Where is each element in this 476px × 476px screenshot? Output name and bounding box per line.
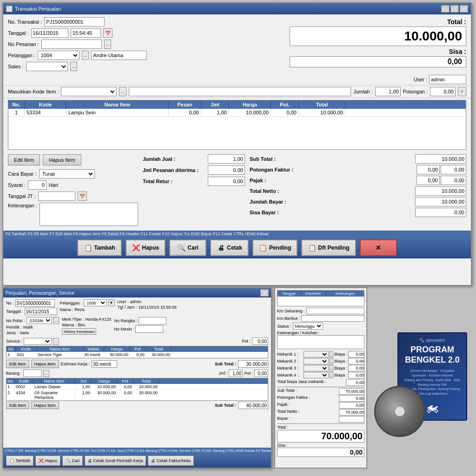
cari-button[interactable]: 🔍 Cari [169, 239, 206, 256]
maximize-button[interactable]: □ [450, 5, 459, 13]
sp-totalnetto-input[interactable] [339, 409, 364, 416]
table-row[interactable]: 1 53334 Lampu Sein 0,00 1,00 10.000,00 0… [8, 109, 466, 117]
pelanggan-name-input[interactable] [91, 51, 147, 60]
cancel-button[interactable]: ✕ [360, 239, 397, 256]
sp-subtotal-input[interactable] [339, 388, 364, 395]
sp-mekanik4-select[interactable] [304, 372, 329, 378]
sp-mekanik1-select[interactable] [304, 351, 329, 357]
sp-status-select[interactable]: Menunggu [293, 323, 323, 330]
s-cetak-spk-btn[interactable]: 🖨 Cetak Surat Perintah Kerja [85, 456, 146, 466]
s-nopollis-select[interactable]: S3334K [26, 317, 52, 324]
s-nomesin-input[interactable] [135, 325, 163, 333]
time-input[interactable] [71, 28, 101, 38]
sp-mekanik1-btn[interactable]: ... [330, 351, 334, 357]
sp-kmberikut-input[interactable] [301, 315, 364, 322]
pelanggan-btn[interactable]: ... [82, 51, 89, 60]
barang-row-2[interactable]: 2 4334 Oli Suprame Pertamina 1,00 30.000… [7, 390, 268, 400]
barang-row-1[interactable]: 1 0002 Lampu Depan 1,00 10.000,00 0,00 1… [7, 384, 268, 390]
kode-item-name-input[interactable] [129, 87, 351, 96]
pajak-input2[interactable] [441, 176, 466, 185]
hapus-button[interactable]: ❌ Hapus [126, 239, 166, 256]
kode-item-select[interactable] [61, 87, 117, 96]
s-pelanggan-btn[interactable]: ▼ [108, 299, 115, 306]
history-btn[interactable]: History Kendaraan [62, 328, 96, 335]
sisa-bayar-input[interactable] [415, 208, 466, 217]
potongan-faktur-input2[interactable] [441, 165, 466, 174]
s-nopollis-btn[interactable]: ... [53, 317, 60, 324]
sp-mekanik3-btn[interactable]: ... [330, 365, 334, 371]
s-subtotal-barang-input[interactable] [238, 402, 268, 409]
pajak-input1[interactable] [416, 176, 440, 185]
sp-biaya3-input[interactable] [348, 365, 364, 371]
sp-mekanik2-select[interactable] [304, 358, 329, 364]
sp-biaya1-input[interactable] [348, 351, 364, 357]
sp-pajak-input[interactable] [339, 402, 364, 409]
sp-keluhan-input[interactable] [277, 335, 364, 349]
tanggal-input[interactable] [31, 28, 68, 38]
tambah-button[interactable]: 📋 Tambah [77, 239, 121, 256]
s-cetak-faktur-btn[interactable]: 🖨 Cetak Faktur/Nota [148, 456, 194, 466]
s-estimasi-input[interactable] [92, 360, 117, 368]
edit-item-button[interactable]: Edit Item [8, 154, 40, 165]
sp-biaya2-input[interactable] [348, 358, 364, 364]
pelanggan-select[interactable]: 1004 [38, 51, 79, 60]
no-pesanan-btn[interactable]: ... [104, 40, 112, 49]
sp-biaya4-input[interactable] [348, 372, 364, 378]
s-tambah-btn[interactable]: 📋 Tambah [6, 456, 33, 466]
sp-bayar-input[interactable] [339, 416, 364, 423]
kode-item-btn[interactable]: ... [119, 87, 126, 96]
s-pelanggan-select[interactable]: 1006 [84, 299, 107, 306]
jumlah-bayar-input[interactable] [415, 197, 466, 206]
user-input[interactable] [429, 75, 466, 84]
no-pesanan-input[interactable] [41, 40, 102, 49]
sp-potfaktur-input[interactable] [339, 395, 364, 402]
tanggal-jt-input[interactable] [38, 192, 75, 201]
potongan-input[interactable] [430, 87, 456, 96]
s-hapus-barang-btn[interactable]: Hapus Item [31, 402, 59, 409]
s-subtotal-input[interactable] [238, 360, 268, 368]
second-close-btn[interactable]: ✕ [260, 289, 269, 297]
dft-pending-button[interactable]: 📋 Dft Pending [301, 239, 356, 256]
sp-mekanik2-btn[interactable]: ... [330, 358, 334, 364]
s-barang-btn[interactable]: ... [43, 370, 49, 377]
close-button[interactable]: ✕ [460, 5, 468, 13]
s-pot-barang-input[interactable] [254, 370, 268, 377]
sp-mekanik3-select[interactable] [304, 365, 329, 371]
jumlah-jual-input[interactable] [208, 154, 245, 164]
sp-total-biaya-input[interactable] [346, 379, 364, 386]
potongan-faktur-input1[interactable] [416, 165, 440, 174]
sales-btn[interactable]: ... [70, 62, 78, 71]
s-pot-input[interactable] [252, 337, 268, 345]
s-jml-input[interactable] [229, 370, 243, 377]
s-hapus-item-btn[interactable]: Hapus Item [31, 360, 59, 368]
jumlah-input[interactable] [375, 87, 401, 96]
s-hapus-btn[interactable]: ❌ Hapus [35, 456, 60, 466]
s-barang-input[interactable] [23, 370, 42, 377]
calendar-button[interactable]: 📅 [103, 28, 112, 38]
s-tanggal-input[interactable] [25, 308, 57, 315]
sales-select[interactable] [26, 62, 68, 71]
s-no-input[interactable] [15, 299, 55, 307]
s-norangka-input[interactable] [139, 317, 166, 324]
cetak-button[interactable]: 🖨 Cetak [210, 239, 249, 256]
sp-kmsekarang-input[interactable] [306, 308, 364, 314]
hapus-item-button[interactable]: Hapus Item [43, 154, 81, 165]
jml-pesanan-input[interactable] [208, 165, 245, 175]
service-table-row[interactable]: 1 S01 Service Tiger 30 menit 30.000,00 0… [7, 352, 268, 358]
tanggal-jt-calendar-btn[interactable]: 📅 [78, 192, 87, 201]
no-transaksi-input[interactable] [44, 17, 105, 26]
keterangan-input[interactable] [40, 203, 138, 226]
total-retur-input[interactable] [208, 177, 245, 186]
s-cari-btn[interactable]: 🔍 Cari [62, 456, 83, 466]
cara-bayar-select[interactable]: Tunai [39, 169, 95, 178]
pending-button[interactable]: 📋 Pending [252, 239, 298, 256]
syarat-input[interactable] [28, 180, 46, 190]
potongan-btn[interactable]: > [458, 87, 466, 96]
s-edit-item-btn[interactable]: Edit Item [6, 360, 29, 368]
s-edit-barang-btn[interactable]: Edit Item [6, 402, 29, 409]
total-netto-input[interactable] [415, 186, 466, 196]
sub-total-input[interactable] [415, 154, 466, 164]
s-service-btn[interactable]: ... [53, 338, 59, 345]
sp-mekanik4-btn[interactable]: ... [330, 372, 334, 378]
s-service-select[interactable] [24, 338, 52, 345]
